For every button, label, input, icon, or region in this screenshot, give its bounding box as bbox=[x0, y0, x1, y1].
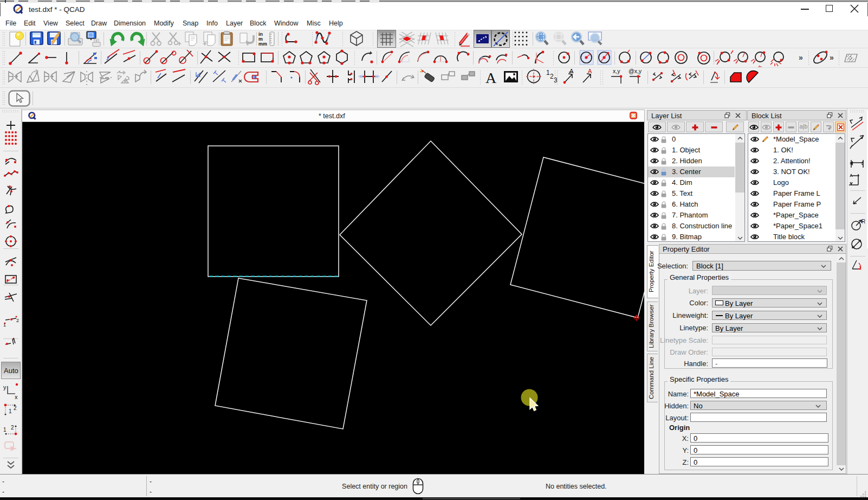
svg-text:»: » bbox=[799, 53, 803, 62]
svg-text:3: 3 bbox=[554, 76, 558, 84]
svg-text:y: y bbox=[3, 384, 7, 390]
svg-text:@x,y: @x,y bbox=[629, 68, 642, 74]
svg-text:Auto: Auto bbox=[4, 367, 18, 375]
svg-text:2: 2 bbox=[14, 405, 17, 411]
svg-text:A: A bbox=[485, 69, 497, 86]
svg-text:mm: mm bbox=[258, 41, 267, 47]
svg-text:1: 1 bbox=[3, 427, 7, 433]
svg-text:2: 2 bbox=[16, 318, 19, 323]
svg-text:x,y: x,y bbox=[613, 68, 620, 74]
svg-text:1: 1 bbox=[9, 408, 12, 414]
svg-text:2: 2 bbox=[550, 73, 554, 80]
svg-text:R: R bbox=[861, 219, 865, 225]
svg-text:1: 1 bbox=[3, 322, 6, 328]
svg-text:A: A bbox=[588, 68, 592, 74]
svg-text:»: » bbox=[830, 53, 834, 62]
svg-text:x: x bbox=[15, 394, 18, 400]
svg-text:A: A bbox=[569, 68, 574, 74]
svg-text:1: 1 bbox=[546, 69, 550, 76]
svg-text:2: 2 bbox=[11, 425, 14, 431]
